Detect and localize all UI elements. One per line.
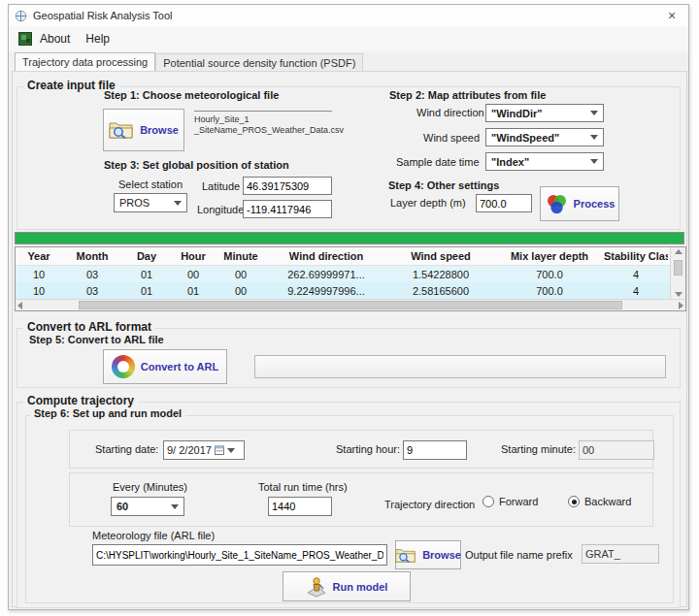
title-bar: Geospatial Risk Analysis Tool × [9, 5, 688, 26]
tab-strip: Trajectory data processing Potential sou… [15, 51, 363, 72]
output-prefix-label: Output file name prefix [465, 549, 573, 561]
starting-minute-input[interactable] [579, 440, 654, 460]
cell: 2.58165600 [386, 285, 495, 297]
process-button[interactable]: Process [540, 186, 619, 221]
table-horizontal-scrollbar[interactable] [16, 299, 685, 310]
convert-to-arl-label: Convert to ARL [141, 361, 218, 373]
wind-speed-value: "WindSpeed" [491, 132, 559, 144]
convert-to-arl-button[interactable]: Convert to ARL [103, 349, 227, 384]
backward-radio-label: Backward [584, 496, 631, 507]
calendar-icon [215, 445, 224, 455]
wind-direction-dropdown[interactable]: "WindDir" [485, 104, 604, 122]
sample-date-time-dropdown[interactable]: "Index" [485, 152, 604, 171]
every-minutes-dropdown[interactable]: 60 [111, 497, 184, 516]
cell: 01 [122, 285, 171, 297]
table-row[interactable]: 10 03 01 01 00 9.2249997996... 2.5816560… [16, 282, 670, 299]
browse-arl-file-button[interactable]: Browse [395, 540, 461, 569]
create-input-group: Create input file Step 1: Choose meteoro… [17, 86, 681, 230]
app-window: Geospatial Risk Analysis Tool × About He… [8, 4, 689, 610]
step4-title: Step 4: Other settings [388, 179, 499, 191]
selected-file-line1: Hourly_Site_1 [194, 114, 332, 125]
selected-file-line2: _SiteName_PROS_Weather_Data.csv [194, 125, 332, 136]
vertical-scroll-thumb[interactable] [674, 260, 682, 276]
sample-date-time-label: Sample date time [396, 156, 480, 168]
step3-title: Step 3: Set global position of station [104, 159, 289, 171]
starting-date-picker[interactable]: 9/ 2/2017 [163, 440, 245, 460]
cell: 4 [604, 285, 668, 297]
tab-trajectory-data-processing[interactable]: Trajectory data processing [15, 52, 155, 72]
scroll-right-icon[interactable] [679, 302, 683, 309]
run-model-button[interactable]: Run model [283, 571, 411, 601]
process-label: Process [574, 198, 616, 210]
starting-hour-label: Starting hour: [336, 443, 400, 455]
cell: 03 [62, 269, 122, 280]
layer-depth-label: Layer depth (m) [390, 197, 466, 209]
every-minutes-label: Every (Minutes) [113, 481, 187, 493]
total-run-time-label: Total run time (hrs) [258, 481, 348, 493]
cell: 01 [171, 285, 216, 297]
radio-circle-icon [568, 496, 580, 507]
cell: 262.69999971... [266, 269, 386, 280]
col-month[interactable]: Month [62, 250, 122, 262]
longitude-input[interactable] [243, 200, 332, 218]
app-icon [15, 10, 27, 22]
cell: 10 [16, 285, 62, 297]
convert-arl-group: Convert to ARL format Step 5: Convert to… [17, 328, 681, 388]
cell: 00 [171, 269, 216, 280]
table-row[interactable]: 10 03 01 00 00 262.69999971... 1.5422880… [16, 266, 670, 282]
compute-trajectory-group-title: Compute trajectory [23, 394, 138, 407]
cell: 01 [122, 269, 171, 280]
rgb-spheres-icon [545, 192, 568, 215]
wind-speed-label: Wind speed [423, 132, 480, 144]
chevron-down-icon [590, 111, 598, 115]
col-minute[interactable]: Minute [216, 250, 266, 262]
backward-radio[interactable]: Backward [568, 496, 631, 507]
layer-depth-input[interactable] [476, 194, 532, 212]
cell: 1.54228800 [386, 269, 495, 280]
col-stability-class[interactable]: Stability Class [604, 250, 668, 262]
wind-speed-dropdown[interactable]: "WindSpeed" [485, 128, 604, 146]
scroll-down-icon[interactable] [675, 292, 682, 297]
col-year[interactable]: Year [16, 250, 62, 262]
sample-date-time-value: "Index" [491, 156, 529, 168]
browse-arl-file-label: Browse [422, 549, 461, 561]
col-mix-layer-depth[interactable]: Mix layer depth [495, 250, 604, 262]
station-dropdown[interactable]: PROS [114, 193, 187, 212]
cell: 700.0 [495, 269, 604, 280]
table-vertical-scrollbar[interactable] [670, 247, 685, 299]
starting-date-label: Starting date: [95, 443, 158, 455]
menu-help[interactable]: Help [78, 29, 117, 49]
starting-hour-input[interactable] [403, 440, 467, 460]
cell: 03 [62, 285, 122, 297]
browse-met-file-button[interactable]: Browse [103, 109, 184, 151]
starting-date-value: 9/ 2/2017 [167, 444, 212, 456]
scroll-up-icon[interactable] [675, 249, 682, 254]
cell: 00 [216, 285, 266, 297]
scroll-left-icon[interactable] [17, 302, 22, 309]
process-progress-fill [16, 233, 683, 243]
convert-arl-group-title: Convert to ARL format [23, 320, 155, 334]
total-run-time-input[interactable] [268, 497, 332, 516]
table-header-row: Year Month Day Hour Minute Wind directio… [16, 247, 670, 266]
folder-magnifier-icon [395, 547, 416, 564]
step1-title: Step 1: Choose meteorological file [104, 89, 279, 101]
station-value: PROS [119, 197, 150, 209]
cell: 00 [216, 269, 266, 280]
col-wind-direction[interactable]: Wind direction [266, 250, 386, 262]
col-wind-speed[interactable]: Wind speed [386, 250, 495, 262]
tab-psdf[interactable]: Potential source density function (PSDF) [155, 53, 363, 72]
col-day[interactable]: Day [122, 250, 171, 262]
latitude-input[interactable] [243, 177, 332, 195]
cell: 10 [16, 269, 62, 280]
weather-data-table: Year Month Day Hour Minute Wind directio… [15, 246, 686, 311]
menu-bar: About Help [9, 26, 688, 51]
run-model-label: Run model [333, 581, 388, 593]
close-button[interactable]: × [655, 5, 688, 26]
output-prefix-input[interactable] [582, 544, 659, 564]
col-hour[interactable]: Hour [171, 250, 216, 262]
menu-about[interactable]: About [32, 29, 78, 49]
horizontal-scroll-thumb[interactable] [79, 301, 622, 309]
forward-radio[interactable]: Forward [483, 496, 538, 507]
trajectory-direction-label: Trajectory direction [384, 499, 475, 510]
met-file-input[interactable] [92, 544, 387, 566]
